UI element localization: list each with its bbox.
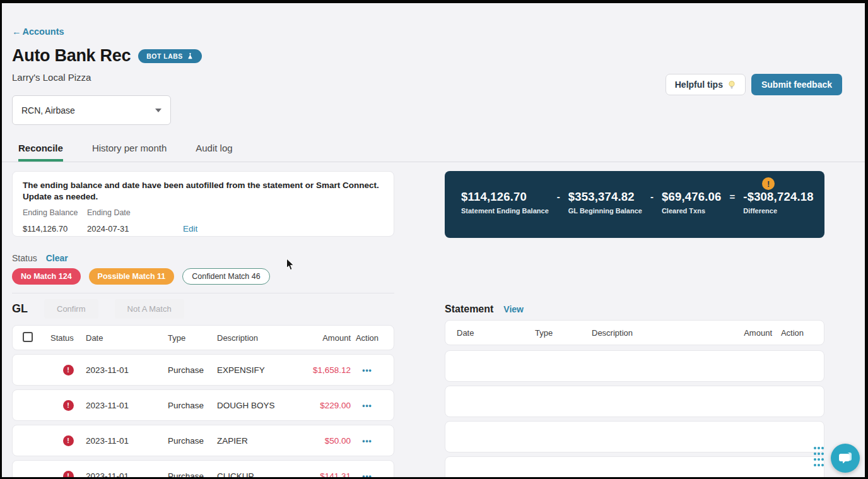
gl-row-date: 2023-11-01 [86, 436, 168, 446]
no-match-alert-icon: ! [63, 400, 74, 411]
row-actions-menu-icon[interactable]: ••• [362, 366, 372, 375]
submit-feedback-button[interactable]: Submit feedback [751, 74, 842, 95]
gl-col-type: Type [168, 333, 217, 343]
confirm-button[interactable]: Confirm [44, 299, 98, 319]
difference-label: Difference [743, 207, 813, 215]
status-filter-label: Status [12, 253, 37, 263]
not-a-match-button[interactable]: Not A Match [115, 299, 184, 319]
ending-balance-value: $114,126.70 [23, 224, 87, 234]
chip-possible-match[interactable]: Possible Match 11 [89, 268, 175, 285]
no-match-alert-icon: ! [63, 471, 74, 479]
tab-reconcile[interactable]: Reconcile [18, 139, 63, 162]
statement-table-header: Date Type Description Amount Action [445, 320, 824, 345]
back-link-label: Accounts [23, 27, 64, 37]
gl-row-type: Purchase [168, 401, 217, 410]
back-arrow-icon: ← [12, 27, 21, 37]
gl-row-type: Purchase [168, 436, 217, 446]
row-actions-menu-icon[interactable]: ••• [362, 472, 372, 479]
gl-row-description: CLICKUP [217, 471, 293, 479]
st-col-date: Date [457, 328, 535, 338]
chat-bubble-icon [837, 450, 853, 466]
st-col-amount: Amount [703, 328, 772, 338]
drag-handle-icon[interactable] [813, 446, 824, 468]
chip-confident-match[interactable]: Confident Match 46 [182, 268, 269, 285]
chat-widget-button[interactable] [831, 444, 860, 473]
gl-panel-title: GL [12, 302, 28, 316]
gl-row-date: 2023-11-01 [86, 365, 168, 375]
divider [12, 293, 394, 293]
minus-operator: - [650, 190, 654, 204]
gl-col-date: Date [86, 333, 168, 343]
statement-empty-row [445, 350, 824, 382]
gl-beginning-balance-value: $353,374.82 [568, 190, 642, 204]
cleared-txns-value: $69,476.06 [662, 190, 722, 204]
gl-row-description: EXPENSIFY [217, 365, 293, 375]
row-actions-menu-icon[interactable]: ••• [362, 401, 372, 410]
chevron-down-icon [155, 109, 161, 112]
gl-row-type: Purchase [168, 471, 217, 479]
back-to-accounts-link[interactable]: ←Accounts [12, 27, 64, 37]
row-actions-menu-icon[interactable]: ••• [362, 437, 372, 446]
gl-col-amount: Amount [293, 333, 351, 343]
page-title: Auto Bank Rec [12, 46, 131, 66]
statement-ending-balance-label: Statement Ending Balance [461, 207, 549, 215]
no-match-alert-icon: ! [63, 365, 74, 376]
account-dropdown[interactable]: RCN, Airbase [12, 95, 171, 125]
view-statement-link[interactable]: View [503, 304, 524, 314]
bot-labs-badge: BOT LABS [138, 49, 202, 63]
gl-col-description: Description [217, 333, 293, 343]
select-all-checkbox[interactable] [23, 332, 33, 342]
gl-row-date: 2023-11-01 [86, 401, 168, 410]
gl-beginning-balance-label: GL Beginning Balance [568, 207, 642, 215]
gl-col-status: Status [50, 333, 86, 343]
gl-row-amount: $141.31 [293, 471, 351, 479]
flask-icon [187, 52, 194, 60]
statement-empty-row [445, 386, 824, 417]
gl-table-header: Status Date Type Description Amount Acti… [12, 325, 394, 350]
tab-audit-log[interactable]: Audit log [196, 139, 232, 162]
statement-empty-row [445, 456, 824, 479]
gl-row-amount: $50.00 [293, 436, 351, 446]
chip-no-match[interactable]: No Match 124 [12, 268, 81, 285]
autofill-notice-card: The ending balance and date have been au… [12, 171, 394, 237]
gl-row-type: Purchase [168, 365, 217, 375]
tab-history-per-month[interactable]: History per month [92, 139, 167, 162]
gl-row-amount: $1,658.12 [293, 365, 351, 375]
st-col-type: Type [535, 328, 592, 338]
app-window: ←Accounts Auto Bank Rec BOT LABS Larry's… [0, 0, 868, 479]
ending-balance-label: Ending Balance [23, 208, 87, 217]
statement-ending-balance-value: $114,126.70 [461, 190, 549, 204]
statement-panel-title: Statement [445, 304, 493, 315]
reconciliation-summary-card: $114,126.70 Statement Ending Balance - $… [445, 171, 824, 238]
cleared-txns-label: Cleared Txns [662, 207, 722, 215]
clear-filter-link[interactable]: Clear [46, 253, 68, 263]
tab-bar: Reconcile History per month Audit log [2, 139, 865, 162]
helpful-tips-button[interactable]: Helpful tips [666, 74, 746, 95]
minus-operator: - [557, 190, 560, 204]
statement-empty-row [445, 421, 824, 452]
lightbulb-icon [727, 80, 736, 90]
gl-row-description: DOUGH BOYS [217, 401, 293, 410]
gl-col-action: Action [351, 333, 384, 343]
gl-table-row[interactable]: ! 2023-11-01 Purchase EXPENSIFY $1,658.1… [12, 354, 394, 386]
equals-operator: = [730, 190, 736, 204]
no-match-alert-icon: ! [63, 435, 74, 446]
autofill-message: The ending balance and date have been au… [23, 180, 384, 203]
helpful-tips-label: Helpful tips [675, 80, 723, 90]
st-col-action: Action [772, 328, 812, 338]
difference-value: -$308,724.18 [743, 190, 813, 204]
gl-table-row[interactable]: ! 2023-11-01 Purchase CLICKUP $141.31 ••… [12, 460, 394, 479]
account-dropdown-value: RCN, Airbase [21, 105, 75, 115]
gl-table-row[interactable]: ! 2023-11-01 Purchase ZAPIER $50.00 ••• [12, 425, 394, 456]
gl-row-description: ZAPIER [217, 436, 293, 446]
gl-row-amount: $229.00 [293, 401, 351, 410]
edit-link[interactable]: Edit [183, 224, 197, 234]
gl-row-date: 2023-11-01 [86, 471, 168, 479]
ending-date-value: 2024-07-31 [87, 224, 156, 234]
warning-icon: ! [762, 177, 775, 190]
st-col-description: Description [592, 328, 703, 338]
ending-date-label: Ending Date [87, 208, 156, 217]
badge-label: BOT LABS [146, 52, 183, 60]
gl-table-row[interactable]: ! 2023-11-01 Purchase DOUGH BOYS $229.00… [12, 389, 394, 421]
